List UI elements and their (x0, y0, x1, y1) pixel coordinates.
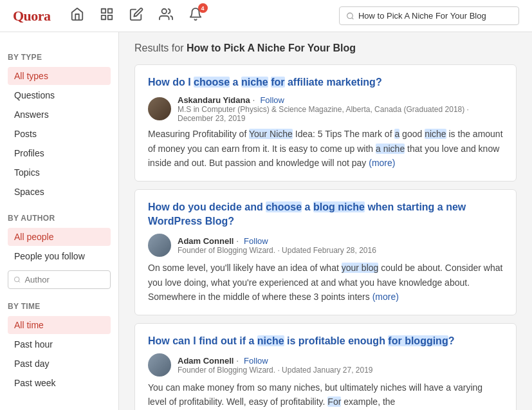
highlight: for (271, 77, 284, 88)
follow-button-2[interactable]: Follow (244, 236, 268, 246)
feed-icon[interactable] (100, 7, 114, 24)
author-info-1: Askandaru Yidana · Follow M.S in Compute… (178, 95, 503, 123)
highlight: niche (241, 77, 268, 88)
by-author-label: By author (8, 214, 111, 223)
svg-rect-0 (101, 9, 105, 13)
author-search-icon (14, 275, 21, 284)
avatar-2 (148, 234, 171, 257)
people-icon[interactable] (159, 7, 173, 24)
highlight: choose (194, 77, 230, 88)
sidebar-item-posts[interactable]: Posts (8, 125, 111, 143)
by-type-label: By type (8, 53, 111, 62)
author-name-1: Askandaru Yidana (178, 95, 250, 105)
results-prefix: Results for (134, 42, 187, 53)
card-snippet-1: Measuring Profitability of Your Niche Id… (148, 127, 503, 170)
edit-icon[interactable] (129, 7, 143, 24)
results-header: Results for How to Pick A Niche For Your… (134, 42, 517, 54)
svg-line-8 (19, 281, 20, 283)
author-name-3: Adam Connell (178, 356, 234, 366)
author-name-2: Adam Connell (178, 236, 234, 246)
page-layout: By type All types Questions Answers Post… (0, 32, 532, 410)
card-title-3[interactable]: How can I find out if a niche is profita… (148, 334, 503, 348)
author-meta-1: M.S in Computer (Physics) & Science Maga… (178, 105, 503, 123)
sidebar-item-questions[interactable]: Questions (8, 86, 111, 104)
sidebar-item-all-people[interactable]: All people (8, 228, 111, 246)
svg-line-6 (352, 17, 353, 19)
sidebar-item-past-day[interactable]: Past day (8, 355, 111, 373)
sidebar-item-past-hour[interactable]: Past hour (8, 335, 111, 353)
by-time-label: By time (8, 302, 111, 311)
sidebar-item-answers[interactable]: Answers (8, 106, 111, 124)
result-card-2: How do you decide and choose a blog nich… (134, 189, 517, 315)
card-title-2[interactable]: How do you decide and choose a blog nich… (148, 200, 503, 229)
svg-rect-1 (107, 9, 111, 13)
logo[interactable]: Quora (13, 8, 51, 24)
follow-button-3[interactable]: Follow (244, 356, 268, 366)
author-info-2: Adam Connell · Follow Founder of Bloggin… (178, 236, 376, 255)
avatar-1 (148, 97, 171, 120)
highlight: Your Niche (249, 129, 293, 139)
search-box[interactable] (339, 6, 519, 25)
more-link-2[interactable]: (more) (372, 292, 399, 302)
more-link-1[interactable]: (more) (369, 158, 395, 168)
main-content: Results for How to Pick A Niche For Your… (119, 32, 532, 410)
highlight: blog niche (313, 201, 365, 212)
svg-point-5 (347, 13, 353, 19)
svg-rect-2 (107, 15, 111, 19)
highlight: For (327, 396, 341, 407)
search-input[interactable] (358, 11, 512, 21)
author-search-box[interactable] (8, 270, 111, 289)
card-author-row-1: Askandaru Yidana · Follow M.S in Compute… (148, 95, 503, 123)
card-snippet-2: On some level, you'll likely have an ide… (148, 261, 503, 304)
svg-point-4 (161, 9, 166, 14)
follow-button-1[interactable]: Follow (260, 95, 284, 105)
highlight: a niche (376, 144, 405, 154)
sidebar-item-topics[interactable]: Topics (8, 163, 111, 182)
highlight: niche (257, 335, 284, 346)
card-snippet-3: You can make money from so many niches, … (148, 380, 503, 409)
card-title-1[interactable]: How do I choose a niche for affiliate ma… (148, 75, 503, 89)
search-icon (346, 12, 354, 21)
author-search-input[interactable] (24, 275, 105, 284)
svg-rect-3 (101, 15, 105, 19)
bell-icon[interactable]: 4 (188, 7, 203, 24)
sidebar-item-spaces[interactable]: Spaces (8, 183, 111, 201)
sidebar-item-all-time[interactable]: All time (8, 316, 111, 334)
sidebar: By type All types Questions Answers Post… (0, 32, 119, 410)
author-info-3: Adam Connell · Follow Founder of Bloggin… (178, 355, 373, 375)
nav-icons: 4 (70, 7, 203, 24)
sidebar-item-all-types[interactable]: All types (8, 67, 111, 85)
author-meta-3: Founder of Blogging Wizard. · Updated Ja… (178, 366, 373, 375)
home-icon[interactable] (70, 7, 84, 24)
highlight: choose (266, 201, 302, 212)
sidebar-item-past-week[interactable]: Past week (8, 374, 111, 392)
card-author-row-3: Adam Connell · Follow Founder of Bloggin… (148, 353, 503, 377)
topnav: Quora (0, 0, 532, 32)
svg-point-7 (14, 277, 19, 282)
card-author-row-2: Adam Connell · Follow Founder of Bloggin… (148, 234, 503, 257)
sidebar-item-profiles[interactable]: Profiles (8, 144, 111, 162)
bell-badge: 4 (198, 3, 208, 13)
result-card-1: How do I choose a niche for affiliate ma… (134, 64, 517, 182)
highlight: a (394, 129, 399, 139)
results-query: How to Pick A Niche For Your Blog (187, 42, 356, 53)
highlight: niche (425, 129, 446, 139)
author-meta-2: Founder of Blogging Wizard. · Updated Fe… (178, 246, 376, 255)
avatar-3 (148, 353, 171, 377)
highlight: for blogging (388, 335, 448, 346)
result-card-3: How can I find out if a niche is profita… (134, 323, 517, 410)
highlight: your blog (342, 263, 379, 273)
sidebar-item-people-follow[interactable]: People you follow (8, 247, 111, 265)
